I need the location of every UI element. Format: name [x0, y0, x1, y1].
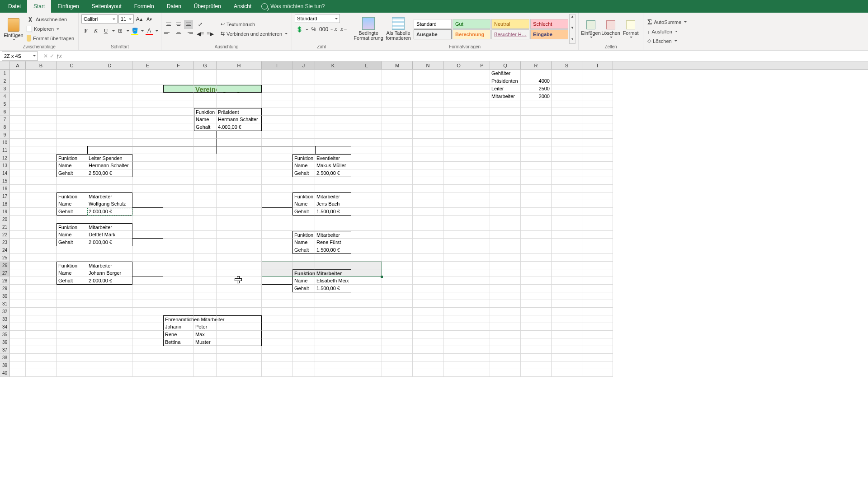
align-top-button[interactable] — [164, 20, 173, 29]
table-label: Als Tabelle formatieren — [386, 31, 411, 41]
style-besuchter[interactable]: Besuchter H… — [491, 29, 529, 39]
align-left-button[interactable] — [164, 29, 173, 38]
style-ausgabe[interactable]: Ausgabe — [414, 29, 452, 39]
fx-icon[interactable]: ƒx — [56, 53, 62, 59]
group-label: Schriftart — [81, 44, 158, 50]
clear-label: Löschen — [653, 38, 672, 44]
tell-me-search[interactable]: Was möchten Sie tun? — [261, 3, 325, 9]
fill-button[interactable]: ↓Ausfüllen — [646, 27, 688, 36]
accept-formula-icon[interactable]: ✓ — [50, 53, 54, 59]
tell-me-label: Was möchten Sie tun? — [270, 3, 325, 9]
caret-icon — [684, 21, 687, 23]
caret-icon — [33, 55, 36, 56]
name-box[interactable]: 2Z x 4S — [2, 52, 38, 61]
autosum-button[interactable]: ΣAutoSumme — [646, 18, 688, 27]
align-center-button[interactable] — [174, 29, 183, 38]
formula-input[interactable] — [68, 52, 868, 61]
cells-insert-button[interactable]: Einfügen — [581, 14, 600, 44]
decrease-indent-button[interactable]: ◀≡ — [196, 29, 205, 38]
style-eingabe[interactable]: Eingabe — [530, 29, 568, 39]
ribbon-tabs: Datei Start Einfügen Seitenlayout Formel… — [0, 0, 868, 13]
caret-icon — [113, 19, 115, 20]
decrease-decimal-button[interactable]: .0→ — [339, 25, 348, 34]
borders-button[interactable]: ⊞ — [116, 26, 125, 35]
font-name-combo[interactable]: Calibri — [81, 14, 118, 23]
fill-color-button[interactable]: 🪣 — [130, 26, 139, 35]
font-color-button[interactable]: A — [145, 26, 154, 35]
align-middle-button[interactable] — [174, 20, 183, 29]
insert-icon — [586, 20, 595, 29]
group-font: Calibri 11 A▴ A▾ F K U ⊞ 🪣 A Schriftart — [79, 13, 161, 50]
cut-label: Ausschneiden — [36, 17, 67, 22]
tab-formeln[interactable]: Formeln — [128, 0, 160, 13]
group-label: Zwischenablage — [3, 44, 75, 50]
style-standard[interactable]: Standard — [414, 19, 452, 29]
scissors-icon — [27, 16, 34, 23]
tab-start[interactable]: Start — [27, 0, 51, 13]
cells-delete-button[interactable]: Löschen — [601, 14, 620, 44]
currency-button[interactable]: 💲 — [295, 25, 304, 34]
delete-icon — [606, 20, 615, 29]
style-gut[interactable]: Gut — [453, 19, 491, 29]
lightbulb-icon — [261, 3, 268, 9]
increase-indent-button[interactable]: ≡▶ — [206, 29, 215, 38]
percent-button[interactable]: % — [309, 25, 318, 34]
underline-button[interactable]: U — [101, 26, 110, 35]
italic-button[interactable]: K — [91, 26, 100, 35]
tab-seitenlayout[interactable]: Seitenlayout — [85, 0, 128, 13]
grow-font-button[interactable]: A▴ — [135, 14, 144, 23]
font-name-value: Calibri — [84, 16, 98, 22]
shrink-font-button[interactable]: A▾ — [145, 14, 154, 23]
align-right-button[interactable] — [184, 29, 193, 38]
group-editing: ΣAutoSumme ↓Ausfüllen ◇Löschen — [643, 13, 691, 50]
style-berechnung[interactable]: Berechnung — [453, 29, 491, 39]
increase-decimal-button[interactable]: ←.0 — [329, 25, 338, 34]
format-painter-button[interactable]: Format übertragen — [25, 34, 75, 43]
merge-icon: ⇆ — [221, 31, 225, 37]
tab-datei[interactable]: Datei — [2, 0, 27, 13]
copy-label: Kopieren — [34, 26, 54, 32]
brush-label: Format übertragen — [33, 36, 74, 41]
cut-button[interactable]: Ausschneiden — [25, 15, 75, 24]
merge-center-button[interactable]: ⇆Verbinden und zentrieren — [219, 29, 289, 38]
caret-icon — [285, 33, 288, 34]
number-format-combo[interactable]: Standard — [295, 14, 340, 23]
caret-icon — [13, 39, 15, 40]
thousands-button[interactable]: 000 — [319, 25, 328, 34]
conditional-format-button[interactable]: Bedingte Formatierung — [354, 14, 383, 44]
wrap-text-button[interactable]: ↩Textumbruch — [219, 20, 289, 29]
bold-button[interactable]: F — [81, 26, 90, 35]
copy-button[interactable]: Kopieren — [25, 24, 75, 33]
style-neutral[interactable]: Neutral — [491, 19, 529, 29]
cells-format-button[interactable]: Format — [621, 14, 640, 44]
orientation-button[interactable]: ⤢ — [196, 20, 205, 29]
brush-icon — [27, 35, 31, 42]
paste-button[interactable]: Einfügen — [3, 14, 24, 44]
font-size-combo[interactable]: 11 — [118, 14, 134, 23]
font-size-value: 11 — [121, 16, 126, 22]
sigma-icon: Σ — [647, 18, 652, 26]
style-schlecht[interactable]: Schlecht — [530, 19, 568, 29]
align-bottom-button[interactable] — [184, 20, 193, 29]
caret-icon — [127, 30, 129, 32]
tab-einfuegen[interactable]: Einfügen — [51, 0, 85, 13]
paste-label: Einfügen — [4, 33, 23, 38]
cond-label: Bedingte Formatierung — [354, 31, 383, 41]
clear-button[interactable]: ◇Löschen — [646, 37, 688, 46]
caret-icon — [675, 31, 678, 32]
tab-ueberpruefen[interactable]: Überprüfen — [188, 0, 227, 13]
group-label: Formatvorlagen — [354, 44, 576, 50]
style-gallery-scroll[interactable]: ▲▼▾ — [569, 14, 576, 44]
caret-icon — [129, 19, 132, 20]
eraser-icon: ◇ — [647, 38, 651, 44]
tab-daten[interactable]: Daten — [160, 0, 188, 13]
table-icon — [392, 17, 405, 30]
wrap-icon: ↩ — [221, 21, 225, 27]
format-icon — [626, 20, 635, 29]
delete-label: Löschen — [601, 30, 620, 36]
format-as-table-button[interactable]: Als Tabelle formatieren — [384, 14, 413, 44]
insert-label: Einfügen — [581, 30, 600, 36]
cancel-formula-icon[interactable]: ✕ — [43, 53, 48, 59]
caret-icon — [590, 37, 593, 38]
tab-ansicht[interactable]: Ansicht — [227, 0, 258, 13]
